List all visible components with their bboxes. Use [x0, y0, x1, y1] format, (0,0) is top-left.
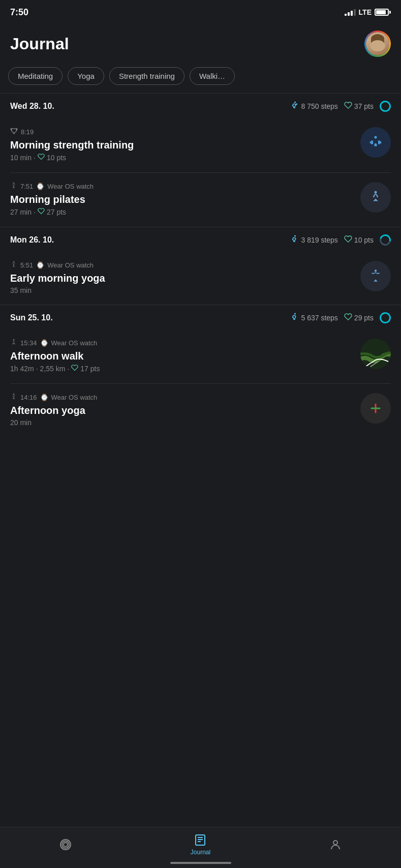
day-stats-wed28: 8 750 steps 37 pts [290, 101, 391, 112]
activity-meta-walk: 15:34 ⌚ Wear OS watch [10, 339, 360, 347]
svg-point-0 [375, 136, 377, 139]
ring-icon-mon26 [378, 232, 393, 248]
battery [375, 9, 391, 16]
pts-label-strength: 10 pts [47, 154, 66, 162]
activity-time-yoga: 5:51 [20, 261, 33, 269]
activity-early-yoga[interactable]: 5:51 ⌚ Wear OS watch Early morning yoga … [0, 252, 401, 305]
pts-stat-mon26: 10 pts [344, 235, 374, 245]
filter-chip-yoga[interactable]: Yoga [68, 67, 104, 85]
day-stats-mon26: 3 819 steps 10 pts [290, 234, 391, 246]
activity-info-walk: 15:34 ⌚ Wear OS watch Afternoon walk 1h … [10, 339, 360, 373]
svg-rect-4 [380, 141, 382, 143]
pts-heart-strength [38, 153, 45, 162]
header: Journal [0, 22, 401, 63]
duration-aft-yoga: 20 min [10, 418, 32, 427]
steps-icon-sun25 [290, 312, 299, 323]
activity-morning-strength[interactable]: 8:19 Morning strength training 10 min · … [0, 118, 401, 172]
activity-name-yoga: Early morning yoga [10, 273, 360, 284]
steps-stat-mon26: 3 819 steps [290, 234, 337, 246]
pts-icon [344, 101, 352, 111]
avatar-face [366, 32, 389, 55]
day-label-wed28: Wed 28. 10. [10, 102, 54, 111]
svg-rect-3 [370, 141, 372, 143]
activity-icon-pilates [360, 182, 391, 213]
status-time: 7:50 [10, 7, 28, 18]
steps-stat-sun25: 5 637 steps [290, 312, 337, 323]
activity-info: 8:19 Morning strength training 10 min · … [10, 127, 360, 162]
steps-value-wed28: 8 750 steps [301, 102, 337, 110]
ring-icon-wed28 [380, 101, 391, 112]
activity-icon-strength [360, 127, 391, 158]
activity-details-yoga: 35 min [10, 286, 360, 294]
activity-details-pilates: 27 min · 27 pts [10, 207, 360, 217]
nav-item-journal[interactable]: Journal [191, 833, 210, 856]
svg-rect-1 [371, 140, 373, 144]
svg-point-5 [13, 183, 14, 184]
day-label-sun25: Sun 25. 10. [10, 313, 53, 322]
activity-time-strength: 8:19 [21, 128, 34, 136]
day-header-wed28: Wed 28. 10. 8 750 steps 37 pts [0, 93, 401, 118]
activity-time-walk: 15:34 [20, 339, 37, 347]
pts-value-mon26: 10 pts [354, 236, 374, 244]
svg-point-17 [64, 843, 68, 847]
pts-stat-sun25: 29 pts [344, 313, 374, 323]
activity-meta-yoga: 5:51 ⌚ Wear OS watch [10, 261, 360, 270]
activity-info-pilates: 7:51 ⌚ Wear OS watch Morning pilates 27 … [10, 182, 360, 217]
signal-bar-2 [348, 12, 350, 16]
home-indicator [170, 862, 231, 864]
avatar [366, 32, 389, 55]
watch-icon-aft-yoga: ⌚ [40, 394, 48, 401]
trophy-icon [10, 127, 18, 136]
day-stats-sun25: 5 637 steps 29 pts [290, 312, 391, 323]
lte-label: LTE [359, 8, 372, 16]
nav-item-rings[interactable] [59, 838, 72, 851]
filter-chip-meditating[interactable]: Meditating [8, 67, 63, 85]
signal-bars [345, 9, 356, 16]
source-walk: Wear OS watch [51, 339, 98, 347]
activity-meta-aft-yoga: 14:16 ⌚ Wear OS watch [10, 393, 360, 402]
activity-details-walk: 1h 42m · 2,55 km · 17 pts [10, 364, 360, 373]
figure-icon-yoga [10, 261, 17, 270]
svg-point-22 [333, 841, 337, 845]
source-aft-yoga: Wear OS watch [51, 394, 98, 401]
nav-item-profile[interactable] [329, 838, 342, 851]
pts-icon-mon26 [344, 235, 352, 245]
filter-row: Meditating Yoga Strength training Walki… [0, 63, 401, 93]
pts-stat-wed28: 37 pts [344, 101, 374, 111]
source-yoga: Wear OS watch [47, 261, 94, 269]
activity-icon-yoga [360, 261, 391, 291]
avatar-ring[interactable] [364, 31, 391, 57]
activity-icon-aft-yoga [360, 393, 391, 424]
watch-icon-pilates: ⌚ [36, 183, 44, 190]
svg-point-8 [13, 261, 14, 262]
signal-bar-1 [345, 14, 347, 16]
steps-value-mon26: 3 819 steps [301, 236, 337, 244]
activity-afternoon-yoga[interactable]: 14:16 ⌚ Wear OS watch Afternoon yoga 20 … [0, 384, 401, 437]
svg-point-12 [13, 394, 14, 395]
duration-strength: 10 min [10, 154, 32, 162]
map-thumbnail [360, 339, 391, 369]
pts-value-sun25: 29 pts [354, 314, 374, 322]
figure-icon-pilates [10, 182, 17, 191]
figure-icon-walk [10, 339, 17, 347]
activity-time-pilates: 7:51 [20, 183, 33, 190]
pts-icon-sun25 [344, 313, 352, 323]
day-header-mon26: Mon 26. 10. 3 819 steps 10 pts [0, 227, 401, 252]
activity-details-aft-yoga: 20 min [10, 418, 360, 427]
activity-morning-pilates[interactable]: 7:51 ⌚ Wear OS watch Morning pilates 27 … [0, 173, 401, 227]
svg-point-9 [375, 270, 377, 272]
watch-icon-walk: ⌚ [40, 339, 48, 347]
activity-name-strength: Morning strength training [10, 139, 360, 151]
activity-info-aft-yoga: 14:16 ⌚ Wear OS watch Afternoon yoga 20 … [10, 393, 360, 427]
activity-afternoon-walk[interactable]: 15:34 ⌚ Wear OS watch Afternoon walk 1h … [0, 330, 401, 383]
filter-chip-walking[interactable]: Walki… [190, 67, 235, 85]
figure-icon-aft-yoga [10, 393, 17, 402]
pts-label-pilates: 27 pts [47, 208, 66, 216]
battery-tip [389, 11, 391, 14]
activity-time-aft-yoga: 14:16 [20, 394, 37, 401]
filter-chip-strength[interactable]: Strength training [109, 67, 184, 85]
svg-point-10 [13, 339, 14, 340]
activity-details-strength: 10 min · 10 pts [10, 153, 360, 162]
duration-walk: 1h 42m [10, 365, 34, 373]
nav-label-journal: Journal [191, 849, 210, 856]
